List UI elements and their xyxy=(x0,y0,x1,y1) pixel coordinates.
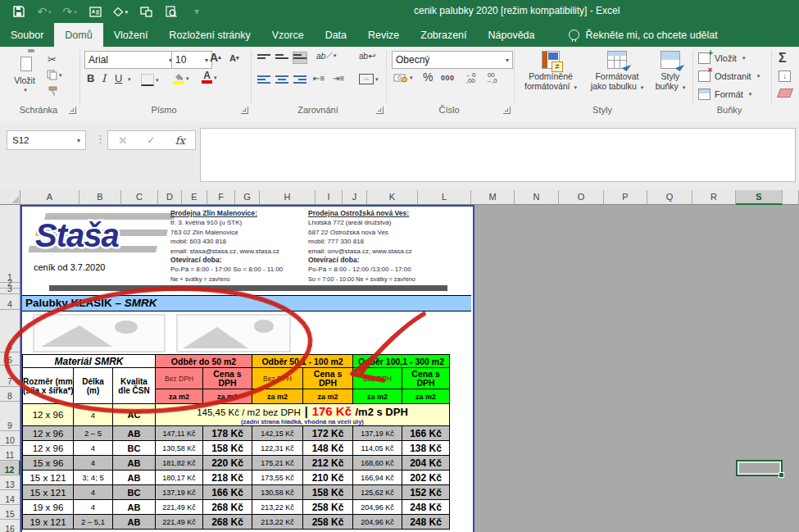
orientation-icon[interactable]: ab⟋▾ xyxy=(316,51,336,61)
borders-icon[interactable]: ▾ xyxy=(141,74,159,86)
increase-font-icon[interactable]: A▴ xyxy=(210,51,221,64)
tab-data[interactable]: Data xyxy=(315,23,357,47)
cell[interactable]: 204 Kč xyxy=(402,456,450,471)
conditional-formatting-button[interactable]: ≠ Podmíněné formátování ▾ xyxy=(518,49,583,93)
cell[interactable]: 125,62 Kč xyxy=(353,485,402,500)
cell[interactable]: 220 Kč xyxy=(203,456,252,471)
za-m2-header[interactable]: za m2 xyxy=(353,389,402,404)
row-header-9[interactable]: 9 xyxy=(0,402,20,431)
cell[interactable]: AB xyxy=(113,456,156,471)
cell[interactable]: 158 Kč xyxy=(203,441,252,456)
formula-input[interactable] xyxy=(200,128,796,182)
tab-zobrazení[interactable]: Zobrazení xyxy=(410,23,477,47)
cell[interactable]: 122,31 Kč xyxy=(252,441,303,456)
column-header-P[interactable]: P xyxy=(604,190,647,205)
tab-revize[interactable]: Revize xyxy=(357,23,410,47)
column-header-C[interactable]: C xyxy=(121,190,158,205)
column-header-F[interactable]: F xyxy=(207,190,235,205)
za-m2-header[interactable]: za m2 xyxy=(402,389,450,404)
cell[interactable]: 19 x 121 xyxy=(23,515,74,530)
name-box[interactable]: S12 ▾ xyxy=(7,130,86,150)
cell[interactable]: 178 Kč xyxy=(203,426,252,441)
cell[interactable]: 12 x 96 xyxy=(23,404,74,426)
merge-center-icon[interactable]: ↔▾ xyxy=(359,74,379,84)
column-header-G[interactable]: G xyxy=(235,190,260,205)
cell[interactable]: 4 xyxy=(74,441,113,456)
format-painter-icon[interactable] xyxy=(48,86,58,97)
clear-icon[interactable] xyxy=(779,89,792,98)
cell[interactable]: AB xyxy=(113,515,156,530)
cell[interactable]: 166,94 Kč xyxy=(353,471,402,485)
font-size-combo[interactable]: 10▾ xyxy=(171,51,212,69)
percent-style-icon[interactable]: % xyxy=(423,70,433,84)
font-name-combo[interactable]: Arial▾ xyxy=(84,51,176,69)
column-header-A[interactable]: A xyxy=(20,190,79,205)
fill-icon[interactable]: ↓ xyxy=(779,70,791,82)
insert-function-icon[interactable]: fx xyxy=(175,134,185,147)
increase-decimal-icon[interactable]: ←0,00 xyxy=(465,72,475,84)
tab-vzorce[interactable]: Vzorce xyxy=(261,23,315,47)
cell[interactable]: 148 Kč xyxy=(303,441,353,456)
cell[interactable]: 147,11 Kč xyxy=(156,426,203,441)
cell[interactable]: 202 Kč xyxy=(402,471,450,485)
column-header-S[interactable]: S xyxy=(736,190,783,205)
bez-dph-header[interactable]: Bez DPH xyxy=(252,368,303,389)
row-header-16[interactable]: 16 xyxy=(0,520,20,532)
column-header-R[interactable]: R xyxy=(692,190,736,205)
column-header-D[interactable]: D xyxy=(158,190,182,205)
cell[interactable]: 248 Kč xyxy=(402,500,450,515)
column-header-J[interactable]: J xyxy=(343,190,367,205)
cell[interactable]: 3; 4; 5 xyxy=(74,471,113,485)
size-column-header[interactable]: Rozměr (mm)(síla x šířka*) xyxy=(23,368,74,404)
quality-column-header[interactable]: Kvalitadle ČSN xyxy=(113,368,156,404)
format-cells-button[interactable]: Formát▾ xyxy=(698,89,751,100)
column-header-K[interactable]: K xyxy=(367,190,418,205)
cell[interactable]: 258 Kč xyxy=(303,515,353,530)
italic-button[interactable]: I xyxy=(102,72,106,84)
bez-dph-header[interactable]: Bez DPH xyxy=(156,368,203,389)
print-preview-icon[interactable] xyxy=(164,4,179,19)
cell-special-price[interactable]: 145,45 Kč / m2 bez DPH|176 Kč /m2 s DPH … xyxy=(156,404,450,426)
align-center-icon[interactable] xyxy=(275,74,288,84)
wrap-text-icon[interactable]: ab↩ xyxy=(359,51,375,61)
bez-dph-header[interactable]: Bez DPH xyxy=(353,368,402,389)
underline-button[interactable]: U xyxy=(115,72,122,84)
column-header-L[interactable]: L xyxy=(418,190,471,205)
cell-styles-button[interactable]: Styly buňky ▾ xyxy=(651,49,690,93)
column-header-N[interactable]: N xyxy=(515,190,559,205)
tab-nápověda[interactable]: Nápověda xyxy=(478,23,546,47)
increase-indent-icon[interactable]: ⇥≡ xyxy=(333,74,344,83)
alignment-dialog-launcher[interactable] xyxy=(376,107,384,114)
cena-s-dph-header[interactable]: Cena sDPH xyxy=(203,368,252,389)
align-left-icon[interactable] xyxy=(257,74,270,84)
row-header-3[interactable]: 3 xyxy=(0,289,20,294)
cancel-icon[interactable]: ✕ xyxy=(118,134,127,147)
cell[interactable]: 130,58 Kč xyxy=(252,485,303,500)
column-header-E[interactable]: E xyxy=(182,190,207,205)
cell[interactable]: 221,49 Kč xyxy=(156,515,203,530)
cell[interactable]: 2 – 5,1 xyxy=(74,515,113,530)
insert-cells-button[interactable]: Vložit▾ xyxy=(698,52,745,64)
row-header-1[interactable]: 1 xyxy=(0,205,20,283)
cell[interactable]: 2 – 5 xyxy=(74,426,113,441)
cell[interactable]: 175,21 Kč xyxy=(252,456,303,471)
name-box-dropdown-icon[interactable]: ▾ xyxy=(77,137,80,144)
cell[interactable]: 19 x 96 xyxy=(23,500,74,515)
cell[interactable]: 130,58 Kč xyxy=(156,441,203,456)
column-header-I[interactable]: I xyxy=(316,190,343,205)
row-header-5[interactable]: 5 xyxy=(0,310,20,352)
align-bottom-icon[interactable] xyxy=(293,52,306,63)
enter-icon[interactable]: ✓ xyxy=(147,134,155,146)
delete-cells-button[interactable]: Odstranit▾ xyxy=(698,70,760,82)
switch-windows-icon[interactable] xyxy=(138,4,153,19)
clipboard-dialog-launcher[interactable] xyxy=(69,107,76,114)
tell-me-box[interactable]: Řekněte mi, co chcete udělat xyxy=(569,23,718,47)
format-as-table-button[interactable]: Formátovat jako tabulku ▾ xyxy=(585,49,649,93)
align-right-icon[interactable] xyxy=(293,74,306,84)
row-header-10[interactable]: 10 xyxy=(0,431,20,446)
cell[interactable]: 204,96 Kč xyxy=(353,500,402,515)
row-header-4[interactable]: 4 xyxy=(0,294,20,310)
cena-s-dph-header[interactable]: Cena sDPH xyxy=(402,368,450,389)
cell[interactable]: 180,17 Kč xyxy=(156,471,203,485)
align-middle-icon[interactable] xyxy=(275,52,288,63)
